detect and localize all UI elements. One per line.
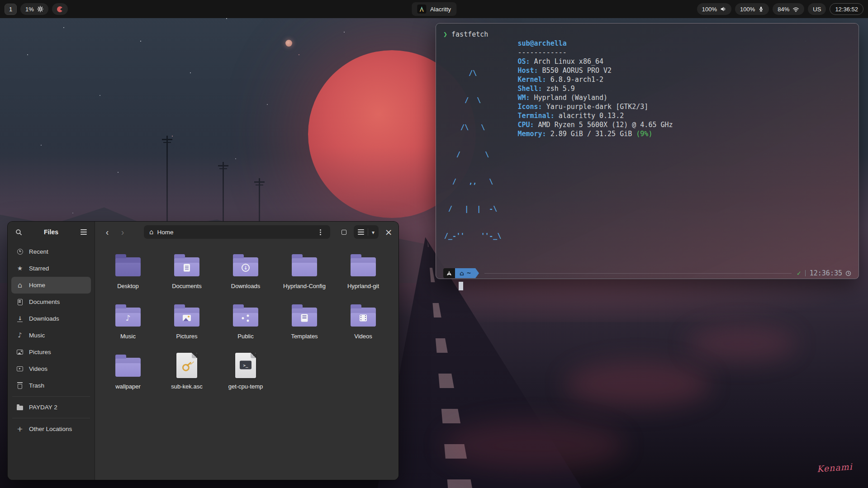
share-emblem-icon — [242, 314, 250, 322]
sidebar-item-home[interactable]: Home — [11, 277, 91, 294]
list-view-icon — [358, 232, 364, 232]
clock-module[interactable]: 12:36:52 — [830, 3, 863, 15]
workspace-button[interactable]: 1 — [5, 4, 17, 15]
file-item-hyprland-git[interactable]: Hyprland-git — [334, 251, 393, 290]
file-item-hyprland-config[interactable]: Hyprland-Config — [275, 251, 334, 290]
info-row: Memory:2.89 GiB / 31.25 GiB (9%) — [517, 129, 673, 138]
microphone-icon — [758, 6, 764, 12]
file-item-wallpaper[interactable]: wallpaper — [99, 351, 157, 390]
fastfetch-output: /\ / \ /\ \ / \ / ,, \ / | | -\ /_-'' ''… — [443, 39, 851, 259]
info-row: Host:B550 AORUS PRO V2 — [517, 66, 673, 75]
chevron-down-icon — [372, 228, 375, 236]
sidebar-item-pictures[interactable]: Pictures — [11, 344, 91, 360]
sidebar-item-videos[interactable]: Videos — [11, 360, 91, 377]
plus-icon — [17, 426, 23, 433]
forward-button[interactable]: › — [117, 227, 128, 237]
keyboard-layout: US — [813, 6, 821, 13]
cpu-module[interactable]: 1% — [20, 3, 48, 15]
sidebar-item-downloads[interactable]: Downloads — [11, 310, 91, 327]
focused-window-module: Alacritty — [412, 2, 456, 16]
sidebar-item-trash[interactable]: Trash — [11, 377, 91, 394]
prompt-line: ❯ fastfetch — [443, 30, 851, 39]
file-item-downloads[interactable]: Downloads — [216, 251, 275, 290]
alacritty-icon — [417, 5, 426, 14]
templates-emblem-icon — [301, 314, 308, 322]
file-item-sub-kek-asc[interactable]: sub-kek.asc — [157, 351, 216, 390]
back-button[interactable]: ‹ — [101, 227, 113, 237]
microphone-module[interactable]: 100% — [735, 3, 769, 15]
videos-emblem-icon — [360, 315, 367, 322]
menu-button[interactable] — [77, 226, 90, 238]
prompt-separator — [805, 270, 806, 276]
sidebar-item-recent[interactable]: Recent — [11, 243, 91, 260]
info-row: OS:Arch Linux x86_64 — [517, 57, 673, 66]
arch-icon — [446, 270, 452, 276]
file-item-videos[interactable]: Videos — [334, 301, 393, 340]
file-item-get-cpu-temp[interactable]: get-cpu-temp — [216, 351, 275, 390]
file-item-desktop[interactable]: Desktop — [99, 251, 157, 290]
star-icon — [17, 265, 23, 272]
image-icon — [17, 350, 23, 355]
home-icon — [18, 282, 22, 289]
folder-icon — [233, 257, 258, 276]
view-toggle[interactable] — [354, 225, 379, 239]
exit-status-check: ✓ — [797, 269, 801, 277]
divider — [368, 228, 368, 236]
path-bar[interactable]: Home — [144, 225, 330, 239]
folder-icon — [174, 308, 199, 327]
path-menu-button[interactable] — [316, 227, 325, 237]
wifi-module[interactable]: 84% — [773, 3, 804, 15]
pgp-file-icon — [176, 353, 197, 378]
folder-icon — [174, 257, 199, 276]
folder-icon — [115, 308, 141, 327]
kebab-menu-icon — [320, 232, 321, 233]
file-item-public[interactable]: Public — [216, 301, 275, 340]
speaker-icon — [720, 6, 726, 12]
clock-icon — [845, 270, 851, 276]
close-window-button[interactable] — [382, 226, 395, 238]
sidebar-separator — [12, 396, 90, 397]
command-text: fastfetch — [451, 30, 488, 38]
pacman-updates-icon — [57, 6, 63, 12]
home-icon — [149, 228, 154, 236]
volume-percent: 100% — [702, 6, 717, 13]
sidebar-item-music[interactable]: Music — [11, 327, 91, 344]
focused-window-title: Alacritty — [430, 6, 451, 13]
info-row: WM:Hyprland (Wayland) — [517, 93, 673, 102]
wifi-percent: 84% — [778, 6, 789, 13]
prompt-rule — [484, 273, 792, 274]
file-item-pictures[interactable]: Pictures — [157, 301, 216, 340]
music-emblem-icon — [126, 313, 131, 322]
arch-ascii-logo: /\ / \ /\ \ / \ / ,, \ / | | -\ /_-'' ''… — [444, 51, 501, 259]
files-toolbar: ‹ › Home — [95, 222, 398, 242]
updates-module[interactable] — [52, 3, 68, 15]
new-tab-button[interactable] — [337, 226, 350, 238]
file-item-templates[interactable]: Templates — [275, 301, 334, 340]
volume-module[interactable]: 100% — [697, 3, 731, 15]
keyboard-layout-module[interactable]: US — [808, 3, 826, 15]
search-icon — [15, 229, 22, 236]
info-row: Icons:Yaru-purple-dark [GTK2/3] — [517, 102, 673, 111]
sidebar-item-documents[interactable]: Documents — [11, 294, 91, 310]
info-row: Kernel:6.8.9-arch1-2 — [517, 75, 673, 84]
powerline-prompt: ~ ✓ 12:36:35 — [443, 268, 851, 278]
sidebar-item-other-locations[interactable]: Other Locations — [11, 421, 91, 437]
city-glow — [688, 326, 796, 362]
sidebar-item-starred[interactable]: Starred — [11, 260, 91, 277]
file-item-documents[interactable]: Documents — [157, 251, 216, 290]
sidebar-item-payday2[interactable]: PAYDAY 2 — [11, 399, 91, 416]
music-note-icon — [18, 332, 22, 339]
folder-icon — [351, 308, 376, 327]
search-button[interactable] — [12, 226, 25, 238]
arch-logo-segment — [443, 268, 455, 278]
fastfetch-info: sub@archella ------------ OS:Arch Linux … — [517, 39, 673, 259]
terminal-window[interactable]: ❯ fastfetch /\ / \ /\ \ / \ / ,, \ / | |… — [436, 23, 859, 279]
clock-text: 12:36:52 — [835, 6, 858, 13]
files-sidebar: Files Recent Starred Home Documents Down… — [8, 222, 95, 480]
info-row: Terminal:alacritty 0.13.2 — [517, 111, 673, 120]
city-glow — [443, 421, 624, 470]
downloads-emblem-icon — [242, 264, 250, 272]
trash-icon — [18, 384, 22, 389]
file-item-music[interactable]: Music — [99, 301, 157, 340]
sidebar-separator — [12, 418, 90, 418]
